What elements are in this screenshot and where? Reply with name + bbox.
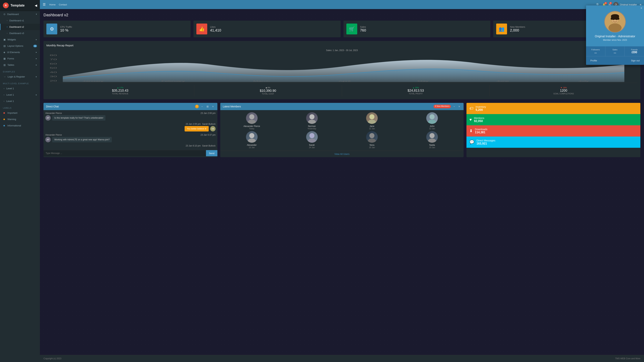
content-area: Dashboard v2 ⚙ CPU Traffic 10 % 👍 Likes … <box>40 9 644 355</box>
chart-subtitle: Sales: 1 Jan, 2023 - 30 Jul, 2023 <box>46 49 638 52</box>
level-icon: ○ <box>4 94 4 96</box>
inventory-panel: 🏷 Inventory 5,200 ♥ Mentions 92,050 <box>466 103 640 157</box>
inventory-label: Inventory <box>476 105 486 108</box>
chart-header: Monthly Recap Report Goal Complete <box>46 44 638 47</box>
chart-area: 80 70 60 50 40 30 20 <box>46 53 638 82</box>
profile-stat-sales: Sales ... <box>606 46 625 56</box>
member-alexander-pierce: Alexander Pierce Today <box>222 112 281 130</box>
nav-link-contact[interactable]: Contact <box>59 2 67 7</box>
member-name-6: Sarah <box>282 144 341 146</box>
member-name-7: Nora <box>342 144 401 146</box>
page-title: Dashboard v2 <box>44 13 640 17</box>
sidebar-item-level1-a[interactable]: ○ Level 1 <box>0 85 40 92</box>
chat-bubble-3: AP Working with AdminLTE on a great new … <box>45 137 216 142</box>
chat-message-4: 23 Jan 6:10 pm Sarah Bullock <box>45 144 216 147</box>
new-members-badge: 8 New Members <box>434 105 451 108</box>
footer-credits: TMS WEB Core and More <box>615 357 640 360</box>
sidebar-item-important[interactable]: Important <box>0 110 40 116</box>
sidebar-item-dashboard-v3[interactable]: ● Dashboard v3 <box>0 30 40 36</box>
profile-button[interactable]: Profile <box>589 58 598 63</box>
svg-text:70: 70 <box>50 58 57 61</box>
chat-icons-button[interactable]: ⊞ <box>206 105 210 108</box>
sidebar-item-warning[interactable]: Warning <box>0 116 40 122</box>
svg-point-27 <box>368 139 376 143</box>
sidebar-item-label: Level 1 <box>6 87 14 90</box>
signout-button[interactable]: Sign out <box>630 58 641 63</box>
sidebar-item-forms[interactable]: ▦ Forms ▸ <box>0 55 40 62</box>
chat-messages[interactable]: Alexander Pierce 23 Jan 2:00 pm AP Is th… <box>44 110 218 150</box>
svg-text:20: 20 <box>50 80 57 82</box>
chat-sender-name-3: Alexander Pierce <box>45 134 62 136</box>
sidebar-item-label: Important <box>8 112 18 114</box>
view-all-users-button[interactable]: View All Users <box>220 151 464 157</box>
members-minimize-button[interactable]: − <box>452 105 456 108</box>
sidebar-item-label: Dashboard <box>7 13 19 15</box>
svg-text:January: January <box>82 80 104 82</box>
mentions-heart-icon: ♥ <box>469 117 472 122</box>
stat-boxes: ⚙ CPU Traffic 10 % 👍 Likes 41,410 🛒 <box>44 21 640 37</box>
informational-dot-icon <box>4 125 5 126</box>
sidebar-item-tables[interactable]: ▥ Tables ▸ <box>0 62 40 68</box>
revenue-change-up: ▲ 17% <box>48 86 192 89</box>
svg-text:60: 60 <box>50 63 57 65</box>
sidebar-brand[interactable]: R Template ◀ <box>0 0 40 11</box>
member-date-6: 14 Jan <box>282 146 341 148</box>
chat-input[interactable] <box>44 150 206 156</box>
svg-point-18 <box>369 114 374 119</box>
member-date-8: 15 Jan <box>403 146 462 148</box>
member-name-1: Alexander Pierce <box>222 125 281 127</box>
sidebar: R Template ◀ ⊙ Dashboard ▾ ● Dashboard v… <box>0 0 40 362</box>
sidebar-item-label: Login & Register <box>8 75 25 78</box>
sidebar-item-ui-elements[interactable]: ◈ UI Elements ▸ <box>0 49 40 55</box>
sidebar-item-informational[interactable]: Informational <box>0 122 40 129</box>
layout-icon: ▤ <box>4 44 6 47</box>
sidebar-item-widgets[interactable]: ▣ Widgets ▸ <box>0 36 40 43</box>
revenue-item-cost: ◆ 0% $10,390.90 TOTAL COST <box>194 85 342 96</box>
svg-text:May: May <box>418 80 428 82</box>
inventory-item: 🏷 Inventory 5,200 <box>466 103 640 114</box>
revenue-item-total: ▲ 17% $35,210.43 TOTAL REVENUE <box>46 85 194 96</box>
sidebar-item-label: Layout Options <box>8 44 23 47</box>
chat-minimize-button[interactable]: − <box>200 105 204 108</box>
profile-popup-close-button[interactable]: × <box>640 6 642 10</box>
forms-icon: ▦ <box>4 57 6 60</box>
svg-point-25 <box>308 139 316 143</box>
cpu-icon: ⚙ <box>46 23 57 34</box>
chat-close-button[interactable]: × <box>211 105 215 108</box>
member-date-1: Today <box>222 127 281 130</box>
sidebar-item-level1-b[interactable]: ○ Level 1 ▸ <box>0 92 40 98</box>
sidebar-nav: ⊙ Dashboard ▾ ● Dashboard v1 ● Dashboard… <box>0 11 40 362</box>
sidebar-item-login-register[interactable]: → Login & Register ▸ <box>0 73 40 80</box>
sidebar-item-dashboard-v1[interactable]: ● Dashboard v1 <box>0 17 40 24</box>
direct-messages-info: Direct Messages 163,921 <box>476 139 495 145</box>
chart-svg: 80 70 60 50 40 30 20 <box>46 53 638 82</box>
followers-label: Followers <box>588 48 604 51</box>
members-panel-header: Latest Members 8 New Members − × <box>220 103 464 110</box>
downloads-label: Downloads <box>475 128 487 131</box>
chat-time-2: 23 Jan 2:05 pm <box>186 123 201 125</box>
sidebar-item-level1-c[interactable]: ○ Level 1 <box>0 98 40 104</box>
svg-point-35 <box>613 19 614 20</box>
dashboard-v3-icon: ● <box>7 32 8 34</box>
stat-box-cpu: ⚙ CPU Traffic 10 % <box>44 21 190 37</box>
revenue-change-neutral: ◆ 0% <box>196 86 340 89</box>
member-john: John 12 Jan <box>403 112 462 130</box>
sidebar-item-dashboard[interactable]: ⊙ Dashboard ▾ <box>0 11 40 17</box>
menu-toggle-icon[interactable]: ☰ <box>43 2 46 6</box>
stat-box-likes: 👍 Likes 41,410 <box>194 21 340 37</box>
mentions-value: 92,050 <box>474 119 484 123</box>
chat-send-button[interactable]: Send <box>206 150 217 156</box>
brand-title: Template <box>10 3 25 7</box>
member-name-8: Nadia <box>403 144 462 146</box>
member-name-4: John <box>403 125 462 127</box>
sidebar-collapse-btn[interactable]: ◀ <box>35 4 37 7</box>
chat-text-2: You better believe it! <box>184 126 208 131</box>
sidebar-item-dashboard-v2[interactable]: ● Dashboard v2 <box>0 24 40 30</box>
member-name-3: Jane <box>342 125 401 127</box>
chat-time-4: 23 Jan 6:10 pm <box>186 144 201 147</box>
nav-link-home[interactable]: Home <box>49 2 56 7</box>
sidebar-item-layout-options[interactable]: ▤ Layout Options 6 <box>0 43 40 49</box>
members-close-button[interactable]: × <box>458 105 461 108</box>
latest-members-panel: Latest Members 8 New Members − × Ale <box>220 103 464 157</box>
svg-point-32 <box>608 23 622 32</box>
